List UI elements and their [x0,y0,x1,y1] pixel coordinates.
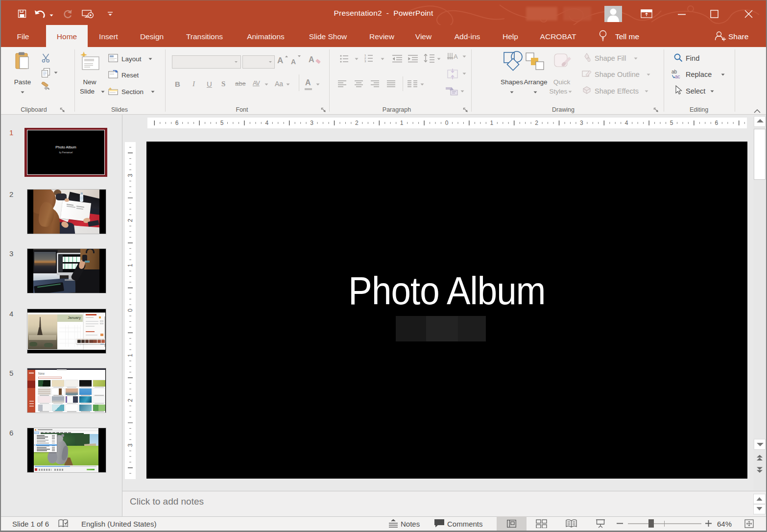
svg-text:1: 1 [490,120,493,126]
svg-text:3: 3 [310,120,313,126]
svg-text:3: 3 [127,443,134,447]
svg-text:5: 5 [670,120,673,126]
svg-text:2: 2 [127,218,134,222]
svg-text:3: 3 [364,60,366,63]
svg-text:ac: ac [675,74,680,79]
svg-text:6: 6 [175,120,179,126]
svg-text:2: 2 [355,120,359,126]
svg-text:3: 3 [127,173,134,177]
svg-text:1: 1 [127,354,134,357]
svg-text:5: 5 [220,120,224,126]
svg-text:2: 2 [127,398,134,402]
svg-text:1: 1 [127,264,134,267]
svg-text:2: 2 [535,120,538,126]
svg-text:1: 1 [400,120,404,126]
svg-text:A: A [454,53,458,60]
svg-text:4: 4 [625,120,628,126]
svg-text:0: 0 [127,309,134,312]
svg-text:6: 6 [715,120,718,126]
svg-text:0: 0 [445,120,449,126]
svg-text:3: 3 [580,120,583,126]
svg-text:4: 4 [265,120,268,126]
